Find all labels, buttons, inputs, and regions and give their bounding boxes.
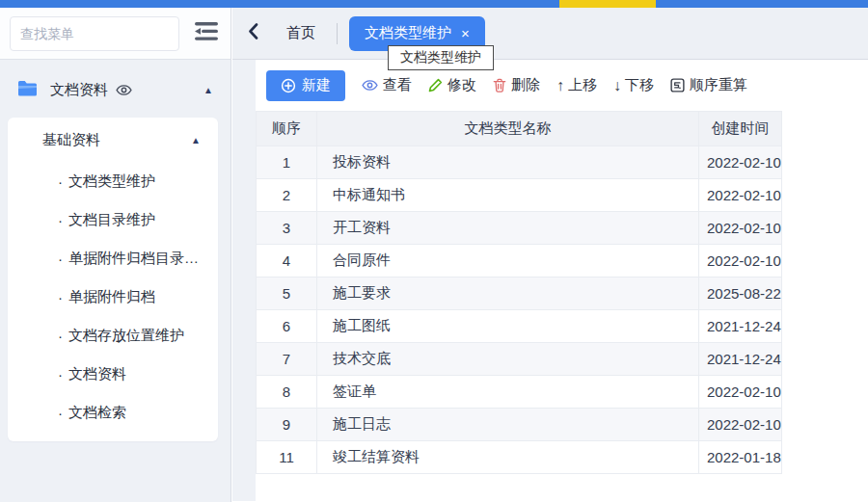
move-down-button[interactable]: ↓ 下移 [613,70,654,101]
cell-type-name: 施工日志 [317,409,699,441]
cell-order: 4 [257,245,317,277]
cell-type-name: 施工图纸 [317,310,699,343]
active-tab-label: 文档类型维护 [365,24,451,42]
recalc-order-label: 顺序重算 [690,76,747,94]
cell-created-time: 2022-02-10 [699,212,782,245]
bullet-icon: · [58,289,63,305]
cell-order: 2 [257,179,317,212]
bullet-icon: · [58,173,63,190]
cell-type-name: 签证单 [317,376,699,409]
view-button-label: 查看 [383,76,412,94]
cell-type-name: 开工资料 [317,212,699,245]
cell-created-time: 2022-02-10 [699,146,782,179]
table-row[interactable]: 9 施工日志 2022-02-10 [257,409,782,441]
table-row[interactable]: 11 竣工结算资料 2022-01-18 [257,441,782,474]
sidebar-menu-item[interactable]: · 文档资料 [8,355,218,393]
sidebar-menu-item-label: 单据附件归档 [68,288,155,306]
cell-type-name: 竣工结算资料 [317,441,699,474]
column-header-created[interactable]: 创建时间 [699,112,782,146]
move-up-label: 上移 [568,76,597,94]
cell-type-name: 合同原件 [317,245,699,277]
table-row[interactable]: 6 施工图纸 2021-12-24 [257,310,782,343]
cell-order: 7 [257,343,317,376]
tab-home[interactable]: 首页 [286,24,315,42]
sidebar-menu-item-label: 文档资料 [68,365,126,383]
table-header-row: 顺序 文档类型名称 创建时间 [257,112,782,146]
table-row[interactable]: 4 合同原件 2022-02-10 [257,245,782,277]
cell-order: 5 [257,277,317,310]
table-row[interactable]: 5 施工要求 2025-08-22 [257,277,782,310]
column-header-order[interactable]: 顺序 [257,112,317,146]
table-row[interactable]: 2 中标通知书 2022-02-10 [257,179,782,212]
new-button[interactable]: 新建 [266,70,345,101]
cell-created-time: 2022-02-10 [699,245,782,277]
cell-created-time: 2022-01-18 [699,441,782,474]
sidebar: 文档资料 ▲ 基础资料 ▲ · 文档类型维护 · 文档目录维护 [0,8,231,502]
chevron-up-icon[interactable]: ▲ [203,85,213,95]
sidebar-menu-list: · 文档类型维护 · 文档目录维护 · 单据附件归档目录… · 单据附件归档 [8,162,218,432]
cell-order: 8 [257,376,317,409]
visibility-eye-icon[interactable] [116,84,132,96]
arrow-down-icon: ↓ [613,77,621,94]
column-header-name[interactable]: 文档类型名称 [317,112,699,146]
tabs-back-button[interactable] [248,22,267,45]
tab-tooltip: 文档类型维护 [388,45,494,70]
sidebar-menu-item-label: 文档目录维护 [68,211,155,229]
table-row[interactable]: 1 投标资料 2022-02-10 [257,146,782,179]
sidebar-menu-item-label: 文档检索 [68,404,126,422]
chevron-left-icon [248,23,258,43]
cell-type-name: 技术交底 [317,343,699,376]
sidebar-menu-item[interactable]: · 文档存放位置维护 [8,316,218,355]
delete-button[interactable]: 删除 [493,70,540,101]
trash-icon [493,78,506,92]
sidebar-menu-item[interactable]: · 单据附件归档 [8,277,218,316]
sidebar-collapse-button[interactable] [192,21,221,46]
table-row[interactable]: 7 技术交底 2021-12-24 [257,343,782,376]
sidebar-menu-item-label: 单据附件归档目录… [68,250,199,268]
cell-created-time: 2021-12-24 [699,343,782,376]
cell-created-time: 2021-12-24 [699,310,782,343]
sidebar-menu-item[interactable]: · 单据附件归档目录… [8,239,218,277]
edit-pencil-icon [428,78,443,92]
bullet-icon: · [58,212,63,228]
bullet-icon: · [58,405,63,421]
chevron-up-icon[interactable]: ▲ [191,135,201,145]
edit-button[interactable]: 修改 [428,70,476,101]
sidebar-search-row [0,8,231,60]
menu-search-input[interactable] [10,16,179,51]
cell-created-time: 2022-02-10 [699,409,782,441]
plus-circle-icon [281,78,296,93]
cell-created-time: 2022-02-10 [699,376,782,409]
tab-divider [337,23,338,44]
cell-order: 3 [257,212,317,245]
sidebar-menu-item[interactable]: · 文档类型维护 [8,162,218,200]
content-left-gutter [232,60,256,501]
view-button[interactable]: 查看 [362,70,412,101]
cell-created-time: 2022-02-10 [699,179,782,212]
sidebar-menu-item-label: 文档类型维护 [68,172,155,191]
document-type-table: 顺序 文档类型名称 创建时间 1 投标资料 2022-02-10 [256,111,782,474]
sidebar-item-document-data-root[interactable]: 文档资料 ▲ [0,69,231,110]
table-row[interactable]: 8 签证单 2022-02-10 [257,376,782,409]
move-down-label: 下移 [625,76,654,94]
top-loading-bar [0,0,868,8]
sidebar-root-label: 文档资料 [50,81,108,99]
view-eye-icon [362,79,378,92]
folder-icon [17,80,38,99]
table-row[interactable]: 3 开工资料 2022-02-10 [257,212,782,245]
sidebar-group-basic-data[interactable]: 基础资料 ▲ [8,118,218,162]
cell-order: 11 [257,441,317,474]
close-tab-icon[interactable]: × [461,25,470,41]
recalculate-icon [670,78,685,92]
cell-created-time: 2025-08-22 [699,277,782,310]
edit-button-label: 修改 [448,76,476,94]
tab-bar: 首页 文档类型维护 × 文档类型维护 [232,8,868,60]
bullet-icon: · [58,366,63,383]
recalc-order-button[interactable]: 顺序重算 [670,70,747,101]
sidebar-group-label: 基础资料 [42,131,100,149]
sidebar-menu-item[interactable]: · 文档目录维护 [8,200,218,239]
move-up-button[interactable]: ↑ 上移 [556,70,597,101]
sidebar-menu-item-label: 文档存放位置维护 [68,327,184,345]
table-body: 1 投标资料 2022-02-10 2 中标通知书 2022-02-10 3 [257,146,782,474]
sidebar-menu-item[interactable]: · 文档检索 [8,393,218,432]
